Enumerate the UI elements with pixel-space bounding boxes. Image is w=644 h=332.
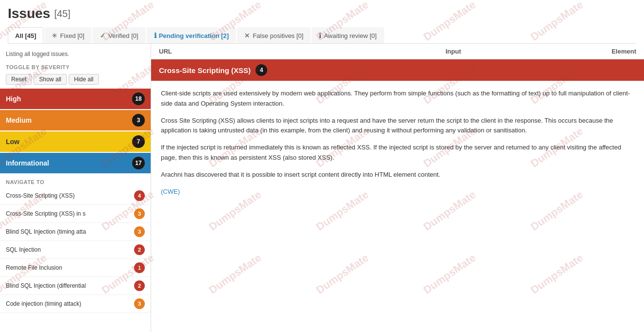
content-area: URL Input Element Cross-Site Scripting (…: [151, 44, 644, 332]
col-element-header: Element: [517, 48, 644, 55]
reset-button[interactable]: Reset: [6, 74, 32, 85]
issue-count: [45]: [54, 8, 70, 19]
show-all-button[interactable]: Show all: [34, 74, 66, 85]
tab-bar: All [45] ✳ Fixed [0] ✓ Verified [0] ℹ Pe…: [8, 27, 636, 44]
toggle-section-title: TOGGLE BY SEVERITY: [0, 61, 151, 72]
low-badge: 7: [132, 135, 145, 148]
desc-4: Arachni has discovered that it is possib…: [161, 170, 634, 180]
awaiting-review-icon: ℹ: [319, 32, 321, 39]
issue-title: Cross-Site Scripting (XSS): [159, 66, 251, 74]
severity-informational[interactable]: Informational 17: [0, 153, 151, 173]
fixed-icon: ✳: [52, 32, 58, 39]
nav-item-xss[interactable]: Cross-Site Scripting (XSS) 4: [0, 187, 151, 205]
issue-count-badge: 4: [255, 64, 267, 76]
severity-high[interactable]: High 18: [0, 89, 151, 109]
nav-badge-code-injection: 3: [134, 298, 145, 309]
sidebar: Listing all logged issues. TOGGLE BY SEV…: [0, 44, 151, 332]
severity-medium[interactable]: Medium 3: [0, 110, 151, 130]
nav-badge-blind-sql-diff: 2: [134, 280, 145, 291]
desc-3: If the injected script is returned immed…: [161, 143, 634, 163]
page-title: Issues [45]: [8, 6, 636, 21]
issue-section-header[interactable]: Cross-Site Scripting (XSS) 4: [151, 59, 644, 81]
desc-1: Client-side scripts are used extensively…: [161, 89, 634, 109]
title-text: Issues: [8, 6, 50, 21]
nav-badge-blind-sql-timing: 3: [134, 226, 145, 237]
tab-all[interactable]: All [45]: [8, 27, 43, 43]
tab-fixed[interactable]: ✳ Fixed [0]: [44, 27, 92, 43]
desc-2: Cross Site Scripting (XSS) allows client…: [161, 116, 634, 136]
nav-item-code-injection[interactable]: Code injection (timing attack) 3: [0, 295, 151, 313]
nav-item-blind-sql-timing[interactable]: Blind SQL Injection (timing atta 3: [0, 223, 151, 241]
tab-false-positives[interactable]: ✕ False positives [0]: [237, 27, 311, 43]
false-positives-icon: ✕: [244, 32, 250, 39]
tab-pending[interactable]: ℹ Pending verification [2]: [147, 27, 236, 43]
nav-item-xss-s[interactable]: Cross-Site Scripting (XSS) in s 3: [0, 205, 151, 223]
tab-awaiting-review[interactable]: ℹ Awaiting review [0]: [312, 27, 384, 43]
severity-low[interactable]: Low 7: [0, 131, 151, 152]
medium-badge: 3: [132, 114, 145, 127]
nav-badge-rfi: 1: [134, 262, 145, 273]
nav-badge-sql: 2: [134, 244, 145, 255]
nav-badge-xss: 4: [134, 190, 145, 201]
main-layout: Listing all logged issues. TOGGLE BY SEV…: [0, 44, 644, 332]
tab-verified[interactable]: ✓ Verified [0]: [93, 27, 145, 43]
hide-all-button[interactable]: Hide all: [69, 74, 99, 85]
high-badge: 18: [132, 92, 145, 105]
verified-icon: ✓: [100, 32, 106, 39]
informational-badge: 17: [132, 157, 145, 169]
header: Issues [45] All [45] ✳ Fixed [0] ✓ Verif…: [0, 0, 644, 44]
nav-badge-xss-s: 3: [134, 208, 145, 219]
issue-description: Client-side scripts are used extensively…: [151, 81, 644, 204]
listing-text: Listing all logged issues.: [0, 49, 151, 61]
col-url-header: URL: [151, 48, 390, 55]
cwe-link[interactable]: (CWE): [161, 188, 180, 195]
nav-item-sql-injection[interactable]: SQL Injection 2: [0, 241, 151, 259]
col-input-header: Input: [390, 48, 517, 55]
table-header: URL Input Element: [151, 44, 644, 59]
toggle-buttons: Reset Show all Hide all: [0, 72, 151, 89]
pending-icon: ℹ: [154, 32, 156, 39]
nav-item-rfi[interactable]: Remote File Inclusion 1: [0, 259, 151, 277]
navigate-title: NAVIGATE TO: [0, 175, 151, 187]
nav-item-blind-sql-diff[interactable]: Blind SQL Injection (differential 2: [0, 277, 151, 295]
